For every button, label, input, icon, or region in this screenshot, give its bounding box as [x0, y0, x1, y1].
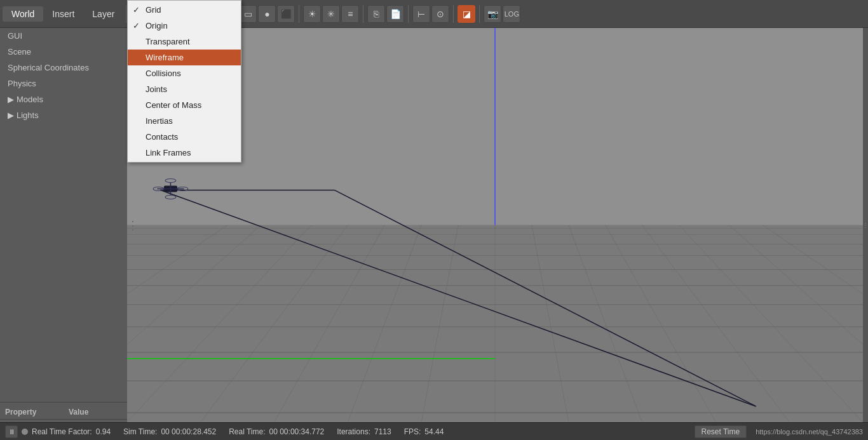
sidebar-item-spherical-coordinates[interactable]: Spherical Coordinates: [0, 60, 127, 76]
main-area: GUI Scene Spherical Coordinates Physics …: [0, 28, 868, 422]
fps-value: 54.44: [424, 427, 444, 436]
dropdown-item-grid[interactable]: Grid: [128, 2, 241, 18]
right-drag-handle[interactable]: ⋮: [863, 28, 868, 422]
menu-tab-insert[interactable]: Insert: [43, 6, 83, 22]
url-text: https://blog.csdn.net/qq_43742383: [756, 428, 863, 436]
panel-header: Property Value: [0, 405, 127, 420]
dropdown-item-link-frames[interactable]: Link Frames: [128, 145, 241, 161]
snap-button[interactable]: ⊙: [431, 5, 449, 23]
status-indicator: [22, 429, 28, 435]
toolbar-separator-6: [453, 5, 454, 23]
sidebar: GUI Scene Spherical Coordinates Physics …: [0, 28, 127, 422]
fps-label: FPS:: [404, 427, 421, 436]
toolbar-separator-5: [408, 5, 409, 23]
sidebar-item-models[interactable]: ▶ Models: [0, 91, 127, 107]
left-drag-handle[interactable]: ⋮: [127, 220, 139, 231]
property-panel: Property Value: [0, 402, 127, 422]
pause-button[interactable]: ⏸: [5, 425, 18, 438]
sidebar-item-gui[interactable]: GUI: [0, 28, 127, 44]
screenshot-button[interactable]: 📷: [484, 5, 501, 23]
models-arrow-icon: ▶: [8, 95, 14, 104]
real-time-factor-label: Real Time Factor:: [32, 427, 92, 436]
sidebar-item-lights-label: Lights: [17, 110, 39, 120]
real-time-label: Real Time:: [229, 427, 265, 436]
sim-time-value: 00 00:00:28.452: [161, 427, 216, 436]
sidebar-item-scene[interactable]: Scene: [0, 44, 127, 60]
sidebar-item-physics[interactable]: Physics: [0, 76, 127, 91]
point-light-button[interactable]: ✳: [322, 5, 340, 23]
value-col-header: Value: [69, 408, 122, 417]
toolbar-separator-4: [363, 5, 363, 23]
box-button[interactable]: ▭: [239, 5, 257, 23]
iterations-value: 7113: [374, 427, 391, 436]
dropdown-item-transparent[interactable]: Transparent: [128, 34, 241, 50]
dropdown-item-collisions[interactable]: Collisions: [128, 65, 241, 81]
dropdown-item-wireframe[interactable]: Wireframe: [128, 50, 241, 65]
menu-tab-world[interactable]: World: [3, 6, 43, 22]
highlight-button[interactable]: ◪: [458, 5, 475, 23]
cylinder-button[interactable]: ⬛: [277, 5, 295, 23]
sidebar-item-lights[interactable]: ▶ Lights: [0, 107, 127, 123]
dropdown-item-contacts[interactable]: Contacts: [128, 129, 241, 145]
iterations-label: Iterations:: [337, 427, 370, 436]
align-button[interactable]: ⊢: [412, 5, 430, 23]
toolbar-separator-7: [479, 5, 480, 23]
sun-button[interactable]: ☀: [303, 5, 321, 23]
real-time-factor-value: 0.94: [96, 427, 111, 436]
lights-arrow-icon: ▶: [8, 110, 14, 120]
sidebar-item-models-label: Models: [17, 95, 43, 104]
sim-time-label: Sim Time:: [123, 427, 157, 436]
statusbar: ⏸ Real Time Factor: 0.94 Sim Time: 00 00…: [0, 422, 868, 440]
real-time-value: 00 00:00:34.772: [269, 427, 325, 436]
paste-button[interactable]: 📄: [386, 5, 404, 23]
toolbar-separator-3: [299, 5, 299, 23]
copy-button[interactable]: ⎘: [367, 5, 385, 23]
view-dropdown-menu: GridOriginTransparentWireframeCollisions…: [127, 0, 241, 163]
menu-tab-layer[interactable]: Layer: [83, 6, 123, 22]
reset-time-button[interactable]: Reset Time: [695, 425, 747, 438]
spot-light-button[interactable]: ≡: [341, 5, 359, 23]
log-button[interactable]: LOG: [503, 5, 520, 23]
dropdown-item-joints[interactable]: Joints: [128, 81, 241, 97]
dropdown-item-origin[interactable]: Origin: [128, 18, 241, 34]
dropdown-item-center-of-mass[interactable]: Center of Mass: [128, 97, 241, 113]
sphere-button[interactable]: ●: [258, 5, 276, 23]
property-col-header: Property: [5, 408, 69, 417]
dropdown-item-inertias[interactable]: Inertias: [128, 113, 241, 129]
